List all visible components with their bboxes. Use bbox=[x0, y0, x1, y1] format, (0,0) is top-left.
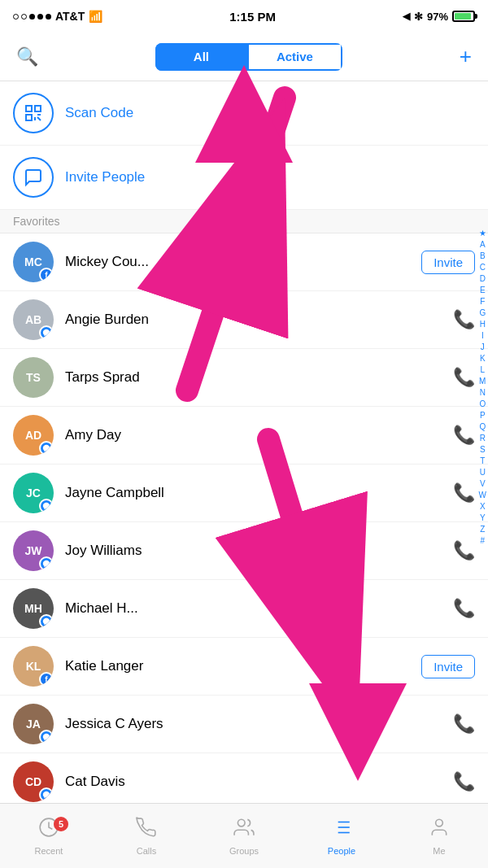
avatar: JW bbox=[13, 530, 54, 571]
call-icon[interactable]: 📞 bbox=[453, 425, 475, 446]
alpha-index: ★ A B C D E F G H I J K L M N O P Q R S … bbox=[479, 228, 486, 546]
messenger-badge bbox=[39, 325, 54, 340]
call-icon[interactable]: 📞 bbox=[453, 367, 475, 388]
search-icon[interactable]: 🔍 bbox=[16, 46, 38, 68]
tab-recent-label: Recent bbox=[35, 846, 63, 856]
tab-calls-label: Calls bbox=[137, 846, 156, 856]
avatar: JA bbox=[13, 704, 54, 744]
add-button[interactable]: + bbox=[460, 44, 472, 69]
list-item[interactable]: JC Jayne Campbell 📞 bbox=[0, 465, 488, 522]
call-icon[interactable]: 📞 bbox=[453, 309, 475, 330]
tab-me-label: Me bbox=[433, 846, 445, 856]
nav-tabs: All Active bbox=[155, 43, 342, 71]
bluetooth-icon: ✻ bbox=[414, 11, 423, 23]
contact-name: Joy Williams bbox=[65, 543, 453, 559]
nav-bar: 🔍 All Active + bbox=[0, 33, 488, 81]
wifi-icon: 📶 bbox=[89, 10, 102, 23]
svg-rect-0 bbox=[26, 106, 32, 111]
status-left: AT&T 📶 bbox=[13, 10, 102, 23]
tab-all[interactable]: All bbox=[155, 43, 247, 71]
fb-badge: f bbox=[39, 268, 54, 282]
contact-name: Angie Burden bbox=[65, 312, 453, 328]
messenger-badge bbox=[39, 730, 54, 744]
groups-icon bbox=[233, 817, 255, 843]
invite-people-label: Invite People bbox=[65, 169, 145, 185]
tab-people[interactable]: People bbox=[293, 817, 390, 856]
tab-calls[interactable]: Calls bbox=[98, 817, 195, 856]
messenger-badge bbox=[39, 499, 54, 513]
contact-name: Jessica C Ayers bbox=[65, 716, 453, 732]
list-item[interactable]: TS Tarps Sprad 📞 bbox=[0, 349, 488, 407]
list-item[interactable]: MC f Mickey Cou... Invite bbox=[0, 233, 488, 291]
recent-badge: 5 bbox=[54, 817, 68, 831]
call-icon[interactable]: 📞 bbox=[453, 540, 475, 561]
avatar: MC f bbox=[13, 242, 54, 282]
tab-bar: 5 Recent Calls Groups bbox=[0, 803, 488, 868]
avatar: KL f bbox=[13, 646, 54, 687]
messenger-badge bbox=[39, 441, 54, 456]
status-right: ◀ ✻ 97% bbox=[403, 11, 475, 23]
avatar: MH bbox=[13, 588, 54, 629]
avatar: CD bbox=[13, 761, 54, 802]
avatar: AD bbox=[13, 415, 54, 456]
battery-percent: 97% bbox=[427, 11, 448, 23]
call-icon[interactable]: 📞 bbox=[453, 482, 475, 504]
scan-code-item[interactable]: Scan Code bbox=[0, 81, 488, 146]
fb-badge: f bbox=[39, 672, 54, 687]
contact-name: Mickey Cou... bbox=[65, 254, 421, 270]
status-bar: AT&T 📶 1:15 PM ◀ ✻ 97% bbox=[0, 0, 488, 33]
favorites-header: Favorites bbox=[0, 210, 488, 233]
list-item[interactable]: MH Michael H... 📞 bbox=[0, 580, 488, 638]
tab-groups-label: Groups bbox=[229, 846, 259, 856]
signal-dots bbox=[13, 14, 51, 20]
list-item[interactable]: AD Amy Day 📞 bbox=[0, 407, 488, 465]
tab-recent[interactable]: 5 Recent bbox=[0, 817, 98, 856]
me-icon bbox=[429, 817, 450, 843]
invite-button[interactable]: Invite bbox=[421, 655, 475, 678]
svg-point-13 bbox=[237, 819, 245, 827]
carrier-label: AT&T bbox=[55, 10, 85, 23]
contact-name: Michael H... bbox=[65, 600, 453, 617]
avatar: AB bbox=[13, 299, 54, 340]
call-icon[interactable]: 📞 bbox=[453, 771, 475, 792]
scan-code-icon bbox=[13, 93, 54, 133]
svg-point-20 bbox=[436, 819, 443, 827]
tab-groups[interactable]: Groups bbox=[195, 817, 293, 856]
invite-people-icon bbox=[13, 157, 54, 198]
invite-people-item[interactable]: Invite People bbox=[0, 146, 488, 210]
svg-line-6 bbox=[37, 117, 41, 120]
contact-name: Tarps Sprad bbox=[65, 369, 453, 386]
call-icon[interactable]: 📞 bbox=[453, 713, 475, 735]
avatar: JC bbox=[13, 473, 54, 513]
avatar: TS bbox=[13, 357, 54, 398]
tab-people-label: People bbox=[328, 846, 355, 856]
list-item[interactable]: AB Angie Burden 📞 bbox=[0, 291, 488, 349]
list-item[interactable]: JW Joy Williams 📞 bbox=[0, 522, 488, 580]
time-display: 1:15 PM bbox=[229, 10, 276, 24]
call-icon[interactable]: 📞 bbox=[453, 598, 475, 619]
messenger-badge bbox=[39, 787, 54, 802]
messenger-badge bbox=[39, 556, 54, 571]
calls-icon bbox=[136, 817, 157, 843]
contacts-list: Scan Code Invite People Favorites MC f M… bbox=[0, 81, 488, 811]
contact-name: Katie Langer bbox=[65, 658, 421, 674]
contact-name: Amy Day bbox=[65, 427, 453, 443]
list-item[interactable]: KL f Katie Langer Invite bbox=[0, 638, 488, 696]
svg-rect-1 bbox=[35, 106, 41, 111]
contact-name: Jayne Campbell bbox=[65, 485, 453, 501]
messenger-badge bbox=[39, 614, 54, 629]
battery-icon bbox=[452, 11, 475, 22]
location-icon: ◀ bbox=[403, 11, 410, 22]
scan-code-label: Scan Code bbox=[65, 105, 133, 121]
list-item[interactable]: JA Jessica C Ayers 📞 bbox=[0, 696, 488, 753]
people-icon bbox=[331, 817, 352, 843]
invite-button[interactable]: Invite bbox=[421, 251, 475, 274]
svg-rect-2 bbox=[26, 115, 32, 120]
tab-active[interactable]: Active bbox=[247, 43, 342, 71]
tab-me[interactable]: Me bbox=[390, 817, 488, 856]
contact-name: Cat Davis bbox=[65, 774, 453, 790]
